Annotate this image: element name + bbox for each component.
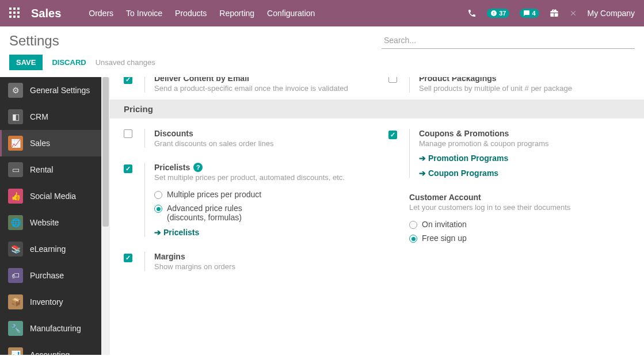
sidebar-item-general-settings[interactable]: ⚙General Settings — [0, 77, 101, 104]
search-wrap — [382, 32, 635, 49]
nav-orders[interactable]: Orders — [89, 9, 113, 18]
setting-title: Coupons & Promotions — [419, 129, 630, 138]
sidebar-item-inventory[interactable]: 📦Inventory — [0, 289, 101, 315]
settings-row-pricing: Discounts Grant discounts on sales order… — [110, 118, 644, 281]
sidebar-label: Inventory — [30, 297, 63, 307]
radio-on-invitation[interactable]: On invitation — [409, 220, 630, 229]
sidebar-icon: ▭ — [8, 162, 23, 177]
action-bar: SAVE DISCARD Unsaved changes — [0, 52, 644, 77]
activity-count: 37 — [499, 10, 506, 17]
nav-products[interactable]: Products — [175, 9, 207, 18]
page-header: Settings — [0, 26, 644, 52]
scrollbar-thumb[interactable] — [102, 77, 109, 227]
checkbox-margins[interactable] — [124, 254, 132, 262]
sidebar-item-elearning[interactable]: 📚eLearning — [0, 236, 101, 262]
sidebar-label: Rental — [30, 165, 53, 174]
messages-badge[interactable]: 4 — [520, 9, 539, 18]
sidebar-icon: ⚙ — [8, 83, 23, 98]
sidebar-item-manufacturing[interactable]: 🔧Manufacturing — [0, 315, 101, 342]
sidebar-icon: 👍 — [8, 189, 23, 204]
setting-desc: Grant discounts on sales order lines — [154, 139, 365, 148]
setting-margins: Margins Show margins on orders — [124, 252, 365, 271]
sidebar-item-accounting[interactable]: 📊Accounting — [0, 342, 101, 355]
nav-menu: Orders To Invoice Products Reporting Con… — [89, 9, 467, 18]
company-name[interactable]: My Company — [588, 9, 635, 18]
radio-sublabel: (discounts, formulas) — [167, 213, 365, 222]
sidebar-item-crm[interactable]: ◧CRM — [0, 104, 101, 130]
radio-input[interactable] — [154, 191, 162, 199]
sidebar-label: CRM — [30, 112, 48, 121]
link-promotion-programs[interactable]: ➔ Promotion Programs — [419, 154, 630, 163]
gift-icon[interactable] — [550, 9, 559, 18]
sidebar-icon: 🏷 — [8, 268, 23, 283]
radio-label: On invitation — [422, 220, 467, 229]
sidebar-icon: 📊 — [8, 347, 23, 355]
nav-reporting[interactable]: Reporting — [219, 9, 254, 18]
svg-rect-6 — [9, 16, 12, 18]
radio-input[interactable] — [154, 205, 162, 213]
setting-desc: Set multiple prices per product, automat… — [154, 173, 365, 182]
sidebar-label: Social Media — [30, 192, 76, 201]
setting-deliver-content-email: Deliver Content by Email Send a product-… — [124, 77, 365, 93]
sidebar-item-rental[interactable]: ▭Rental — [0, 156, 101, 183]
link-label: Promotion Programs — [428, 154, 508, 163]
svg-rect-2 — [17, 7, 20, 10]
sidebar-item-website[interactable]: 🌐Website — [0, 209, 101, 236]
radio-free-signup[interactable]: Free sign up — [409, 233, 630, 243]
radio-multiple-prices[interactable]: Multiple prices per product — [154, 190, 365, 199]
checkbox-pricelists[interactable] — [124, 164, 132, 173]
sidebar-item-purchase[interactable]: 🏷Purchase — [0, 262, 101, 289]
checkbox-discounts[interactable] — [124, 129, 132, 138]
checkbox-packagings[interactable] — [388, 77, 397, 83]
setting-product-packagings: Product Packagings Sell products by mult… — [388, 77, 630, 93]
setting-title: Discounts — [154, 129, 365, 138]
discard-button[interactable]: DISCARD — [52, 58, 86, 67]
content-area: Deliver Content by Email Send a product-… — [110, 77, 644, 355]
radio-advanced-rules[interactable]: Advanced price rules — [154, 204, 365, 213]
setting-title: Deliver Content by Email — [154, 77, 365, 83]
radio-input[interactable] — [409, 221, 417, 229]
setting-title: Margins — [154, 252, 365, 261]
setting-title: Pricelists — [154, 163, 190, 172]
setting-desc: Let your customers log in to see their d… — [409, 203, 630, 212]
sidebar-icon: 🔧 — [8, 321, 23, 336]
page-title: Settings — [9, 33, 59, 49]
apps-icon[interactable] — [9, 7, 20, 20]
search-input[interactable] — [382, 32, 635, 49]
nav-configuration[interactable]: Configuration — [267, 9, 315, 18]
svg-rect-5 — [17, 12, 20, 14]
svg-rect-8 — [17, 16, 20, 18]
sidebar-icon: ◧ — [8, 109, 23, 124]
unsaved-label: Unsaved changes — [96, 58, 155, 67]
phone-icon[interactable] — [467, 9, 477, 18]
setting-customer-account: Customer Account Let your customers log … — [388, 193, 630, 243]
setting-desc: Sell products by multiple of unit # per … — [419, 84, 630, 93]
settings-sidebar: ⚙General Settings◧CRM📈Sales▭Rental👍Socia… — [0, 77, 101, 355]
nav-to-invoice[interactable]: To Invoice — [126, 9, 162, 18]
settings-row-truncated: Deliver Content by Email Send a product-… — [110, 77, 644, 97]
sidebar-scrollbar[interactable] — [101, 77, 110, 355]
help-icon[interactable]: ? — [193, 163, 203, 172]
svg-rect-3 — [9, 12, 12, 14]
svg-rect-0 — [9, 7, 12, 10]
checkbox-deliver-content[interactable] — [124, 77, 132, 84]
app-brand[interactable]: Sales — [31, 7, 61, 20]
nav-right: 37 4 My Company — [467, 9, 635, 18]
arrow-right-icon: ➔ — [419, 169, 426, 178]
svg-rect-1 — [13, 7, 16, 10]
sidebar-item-social-media[interactable]: 👍Social Media — [0, 183, 101, 209]
close-icon[interactable] — [569, 9, 577, 17]
sidebar-item-sales[interactable]: 📈Sales — [0, 130, 101, 156]
setting-coupons: Coupons & Promotions Manage promotion & … — [388, 129, 630, 178]
link-coupon-programs[interactable]: ➔ Coupon Programs — [419, 169, 630, 178]
save-button[interactable]: SAVE — [9, 55, 43, 70]
activity-badge[interactable]: 37 — [487, 9, 509, 18]
setting-desc: Show margins on orders — [154, 262, 365, 271]
link-label: Coupon Programs — [428, 169, 498, 178]
link-pricelists[interactable]: ➔ Pricelists — [154, 228, 365, 237]
checkbox-coupons[interactable] — [388, 131, 397, 139]
sidebar-icon: 📦 — [8, 294, 23, 309]
radio-input[interactable] — [409, 235, 417, 243]
top-navbar: Sales Orders To Invoice Products Reporti… — [0, 0, 644, 26]
sidebar-icon: 📈 — [8, 136, 23, 151]
